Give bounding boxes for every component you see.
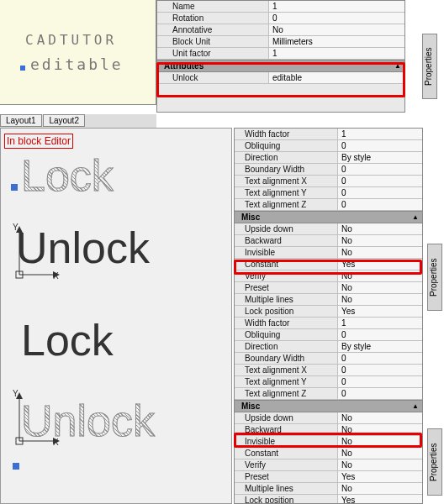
prop-label: Text alignment X <box>235 365 337 375</box>
prop-row[interactable]: Name1 <box>157 1 404 13</box>
prop-row[interactable]: Rotation0 <box>157 13 404 24</box>
prop-row[interactable]: Obliquing0 <box>235 140 422 152</box>
prop-value[interactable]: No <box>337 448 422 459</box>
prop-row[interactable]: Text alignment X0 <box>235 365 422 376</box>
prop-value[interactable]: Millimeters <box>268 36 404 47</box>
prop-value[interactable]: No <box>337 436 422 447</box>
prop-label: Name <box>157 1 268 12</box>
prop-value[interactable]: 0 <box>337 353 422 364</box>
canvas-text-cadtutor: CADTUTOR <box>25 34 117 47</box>
prop-label: Upside down <box>235 223 337 234</box>
prop-value[interactable]: No <box>337 247 422 258</box>
prop-value[interactable]: Yes <box>337 495 422 504</box>
prop-value[interactable]: No <box>337 235 422 246</box>
section-header-attributes[interactable]: Attributes▲ <box>157 60 404 72</box>
prop-value[interactable]: 1 <box>268 48 404 59</box>
text-lock-1: Lock <box>21 150 114 201</box>
properties-palette-tab[interactable]: Properties <box>427 428 442 496</box>
prop-row[interactable]: Width factor1 <box>235 129 422 140</box>
prop-value[interactable]: 1 <box>337 318 422 328</box>
prop-label: Backward <box>235 424 337 435</box>
prop-row[interactable]: Text alignment X0 <box>235 176 422 187</box>
prop-row[interactable]: Text alignment Y0 <box>235 187 422 199</box>
prop-row[interactable]: Lock positionYes <box>235 306 422 318</box>
prop-value[interactable]: Yes <box>337 471 422 482</box>
properties-panel-bottom: Width factor1 Obliquing0 DirectionBy sty… <box>234 128 423 504</box>
prop-row[interactable]: Upside downNo <box>235 412 422 424</box>
properties-palette-tab[interactable]: Properties <box>422 34 437 99</box>
prop-value[interactable]: No <box>337 459 422 470</box>
prop-label: Obliquing <box>235 329 337 340</box>
prop-value[interactable]: No <box>337 294 422 305</box>
prop-row[interactable]: Text alignment Z0 <box>235 388 422 400</box>
prop-value[interactable]: No <box>337 424 422 435</box>
prop-value[interactable]: No <box>337 223 422 234</box>
prop-row[interactable]: Multiple linesNo <box>235 294 422 306</box>
block-editor-canvas[interactable]: In block Editor Lock Unlock Y X Lock Unl… <box>0 128 232 504</box>
prop-row[interactable]: InvisibleNo <box>235 436 422 448</box>
ucs-x-label: X <box>53 271 59 281</box>
prop-row[interactable]: Width factor1 <box>235 318 422 329</box>
prop-row[interactable]: Boundary Width0 <box>235 164 422 176</box>
prop-value[interactable]: No <box>337 483 422 494</box>
prop-row[interactable]: PresetNo <box>235 282 422 294</box>
prop-label: Upside down <box>235 412 337 423</box>
prop-row[interactable]: Block UnitMillimeters <box>157 36 404 48</box>
base-point-icon <box>20 66 25 71</box>
prop-row[interactable]: Boundary Width0 <box>235 353 422 365</box>
prop-value[interactable]: Yes <box>337 306 422 317</box>
prop-row[interactable]: Unlockeditable <box>157 72 404 84</box>
section-header-misc[interactable]: Misc▲ <box>235 211 422 223</box>
prop-label: Unit factor <box>157 48 268 59</box>
properties-palette-tab[interactable]: Properties <box>427 244 442 311</box>
prop-value[interactable]: 0 <box>337 187 422 198</box>
prop-row[interactable]: Upside downNo <box>235 223 422 235</box>
prop-row[interactable]: AnnotativeNo <box>157 24 404 36</box>
prop-value[interactable]: By style <box>337 341 422 352</box>
prop-label: Constant <box>235 448 337 459</box>
prop-row[interactable]: DirectionBy style <box>235 341 422 353</box>
prop-row[interactable]: VerifyNo <box>235 459 422 471</box>
prop-value[interactable]: 1 <box>268 1 404 12</box>
prop-row-constant[interactable]: ConstantNo <box>235 448 422 459</box>
prop-value[interactable]: 0 <box>337 199 422 210</box>
prop-value[interactable]: 0 <box>337 164 422 175</box>
prop-value[interactable]: No <box>337 282 422 293</box>
prop-value[interactable]: Yes <box>337 259 422 270</box>
prop-row[interactable]: VerifyNo <box>235 270 422 282</box>
prop-label: Rotation <box>157 13 268 24</box>
prop-row[interactable]: PresetYes <box>235 471 422 483</box>
tab-layout1[interactable]: Layout1 <box>0 114 42 127</box>
prop-label: Invisible <box>235 436 337 447</box>
prop-row[interactable]: BackwardNo <box>235 424 422 436</box>
prop-value[interactable]: By style <box>337 152 422 163</box>
prop-row[interactable]: Multiple linesNo <box>235 483 422 495</box>
prop-value[interactable]: No <box>337 270 422 281</box>
tab-layout2[interactable]: Layout2 <box>43 114 85 127</box>
prop-row[interactable]: Text alignment Y0 <box>235 376 422 388</box>
prop-value[interactable]: 1 <box>337 129 422 139</box>
prop-value[interactable]: 0 <box>337 329 422 340</box>
prop-label: Direction <box>235 152 337 163</box>
prop-value[interactable]: 0 <box>337 388 422 399</box>
prop-row[interactable]: Obliquing0 <box>235 329 422 341</box>
prop-row[interactable]: DirectionBy style <box>235 152 422 164</box>
prop-row[interactable]: Text alignment Z0 <box>235 199 422 211</box>
prop-value[interactable]: 0 <box>337 376 422 387</box>
prop-row[interactable]: Unit factor1 <box>157 48 404 60</box>
prop-row[interactable]: InvisibleNo <box>235 247 422 259</box>
prop-value[interactable]: editable <box>268 72 404 83</box>
section-header-misc[interactable]: Misc▲ <box>235 400 422 412</box>
prop-value[interactable]: 0 <box>337 140 422 151</box>
section-title: Attributes <box>164 61 204 71</box>
prop-value[interactable]: No <box>268 24 404 35</box>
prop-row-constant[interactable]: ConstantYes <box>235 259 422 270</box>
prop-row[interactable]: Lock positionYes <box>235 495 422 504</box>
drawing-canvas-1[interactable]: CADTUTOR editable <box>0 0 156 105</box>
prop-label: Verify <box>235 270 337 281</box>
prop-value[interactable]: No <box>337 412 422 423</box>
prop-row[interactable]: BackwardNo <box>235 235 422 247</box>
prop-value[interactable]: 0 <box>337 176 422 186</box>
prop-value[interactable]: 0 <box>268 13 404 24</box>
prop-value[interactable]: 0 <box>337 365 422 375</box>
